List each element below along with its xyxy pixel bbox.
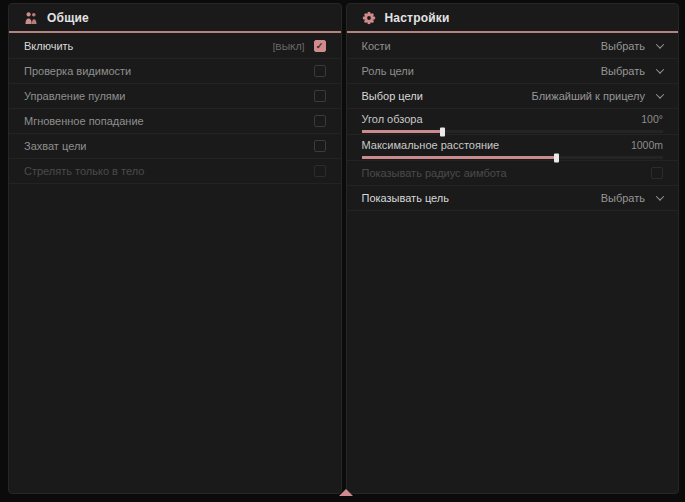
row-body-only-label: Стрелять только в тело [24,165,144,177]
row-show-radius: Показывать радиус аимбота [347,161,679,186]
row-bones-label: Кости [362,40,391,52]
row-instant-hit: Мгновенное попадание [9,109,341,134]
row-target-role: Роль цели Выбрать [347,59,679,84]
target-select-dropdown[interactable]: Ближайший к прицелу [532,90,663,102]
show-radius-checkbox[interactable] [651,167,663,179]
panel-settings: Настройки Кости Выбрать Роль цели Выбрат… [346,3,680,494]
row-body-only: Стрелять только в тело [9,159,341,184]
row-fov-label: Угол обзора [362,113,423,125]
row-max-distance-label: Максимальное расстояние [362,139,500,151]
row-target-select-label: Выбор цели [362,90,423,102]
max-distance-slider[interactable] [362,156,664,159]
enable-checkbox[interactable]: ✓ [314,40,326,52]
target-lock-checkbox[interactable] [314,140,326,152]
max-distance-slider-thumb[interactable] [554,153,559,162]
target-role-dropdown[interactable]: Выбрать [601,65,663,77]
row-show-target-label: Показывать цель [362,192,450,204]
max-distance-value: 1000m [631,139,663,151]
chevron-down-icon [656,40,664,48]
row-instant-hit-label: Мгновенное попадание [24,115,144,127]
scroll-up-arrow-icon[interactable] [339,489,353,496]
row-bullet-control: Управление пулями [9,84,341,109]
row-max-distance: Максимальное расстояние 1000m [347,135,679,161]
row-target-lock-label: Захват цели [24,140,86,152]
row-enable-label: Включить [24,40,73,52]
bones-dropdown[interactable]: Выбрать [601,40,663,52]
show-target-dropdown[interactable]: Выбрать [601,192,663,204]
row-fov: Угол обзора 100° [347,109,679,135]
settings-columns: Общие Включить [ВЫКЛ] ✓ Проверка видимос… [0,0,685,494]
row-target-select: Выбор цели Ближайший к прицелу [347,84,679,109]
chevron-down-icon [656,65,664,73]
max-distance-slider-fill [362,156,558,159]
chevron-down-icon [656,192,664,200]
gear-icon [362,11,376,25]
target-select-dropdown-value: Ближайший к прицелу [532,90,645,102]
chevron-down-icon [656,90,664,98]
instant-hit-checkbox[interactable] [314,115,326,127]
row-target-lock: Захват цели [9,134,341,159]
panel-settings-header: Настройки [347,4,679,31]
show-target-dropdown-value: Выбрать [601,192,645,204]
row-visibility-check: Проверка видимости [9,59,341,84]
panel-general-title: Общие [47,11,89,25]
bullet-control-checkbox[interactable] [314,90,326,102]
visibility-check-checkbox[interactable] [314,65,326,77]
fov-slider-thumb[interactable] [440,127,445,136]
row-show-radius-label: Показывать радиус аимбота [362,167,507,179]
body-only-checkbox[interactable] [314,165,326,177]
users-icon [24,11,38,25]
row-show-target: Показывать цель Выбрать [347,186,679,211]
row-bones: Кости Выбрать [347,34,679,59]
row-visibility-check-label: Проверка видимости [24,65,131,77]
bones-dropdown-value: Выбрать [601,40,645,52]
panel-general: Общие Включить [ВЫКЛ] ✓ Проверка видимос… [8,3,342,494]
row-bullet-control-label: Управление пулями [24,90,126,102]
panel-settings-title: Настройки [385,11,450,25]
row-enable: Включить [ВЫКЛ] ✓ [9,34,341,59]
hotkey-badge: [ВЫКЛ] [273,41,305,52]
fov-value: 100° [641,113,663,125]
target-role-dropdown-value: Выбрать [601,65,645,77]
panel-general-header: Общие [9,4,341,31]
row-target-role-label: Роль цели [362,65,414,77]
fov-slider[interactable] [362,130,664,133]
fov-slider-fill [362,130,443,133]
